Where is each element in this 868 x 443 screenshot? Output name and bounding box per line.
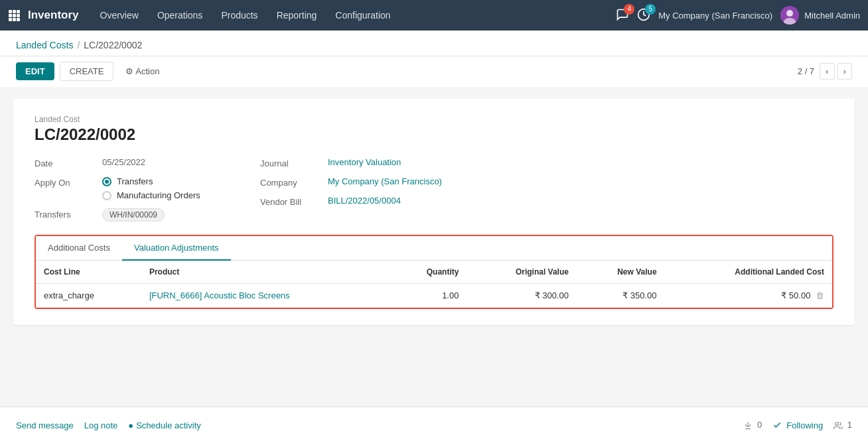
transfers-radio-label: Transfers xyxy=(117,176,153,186)
transfers-label: Transfers xyxy=(35,208,94,220)
company-label: Company xyxy=(260,176,320,188)
company-field-row: Company My Company (San Francisco) xyxy=(260,176,442,188)
apply-on-field-row: Apply On Transfers Manufacturing Orders xyxy=(35,176,220,200)
schedule-activity-button[interactable]: ●Schedule activity xyxy=(128,420,200,430)
breadcrumb-current: LC/2022/0002 xyxy=(84,40,142,50)
apply-on-options: Transfers Manufacturing Orders xyxy=(102,176,200,200)
cell-original-value: ₹ 300.00 xyxy=(467,284,576,308)
form-card: Landed Cost LC/2022/0002 Date 05/25/2022… xyxy=(13,99,855,325)
chat-icon-badge[interactable]: 4 xyxy=(616,8,629,23)
nav-reporting[interactable]: Reporting xyxy=(269,0,325,31)
svg-rect-5 xyxy=(17,14,20,17)
col-header-additional-cost: Additional Landed Cost xyxy=(665,261,832,284)
toolbar: EDIT CREATE ⚙ Action 2 / 7 ‹ › xyxy=(0,56,868,88)
svg-point-11 xyxy=(786,10,793,17)
grid-menu-icon[interactable] xyxy=(8,9,20,21)
form-right-column: Journal Inventory Valuation Company My C… xyxy=(260,157,442,222)
valuation-table: Cost Line Product Quantity Original Valu… xyxy=(36,261,832,308)
vendor-bill-field-row: Vendor Bill BILL/2022/05/0004 xyxy=(260,196,442,207)
user-name: Mitchell Admin xyxy=(804,11,860,21)
form-left-column: Date 05/25/2022 Apply On Transfers Manuf… xyxy=(35,157,220,222)
clock-icon: ● xyxy=(128,420,133,430)
cell-additional-landed-cost: ₹ 50.00 🗑 xyxy=(665,284,832,308)
pagination-label: 2 / 7 xyxy=(798,66,814,76)
date-label: Date xyxy=(35,157,94,168)
transfer-tag[interactable]: WH/IN/00009 xyxy=(102,208,165,222)
user-menu[interactable]: Mitchell Admin xyxy=(780,6,860,25)
cell-product[interactable]: [FURN_6666] Acoustic Bloc Screens xyxy=(141,284,390,308)
delete-row-icon[interactable]: 🗑 xyxy=(816,290,824,300)
svg-rect-8 xyxy=(17,18,20,21)
col-header-quantity: Quantity xyxy=(390,261,467,284)
chat-badge-count: 4 xyxy=(624,4,634,15)
journal-label: Journal xyxy=(260,157,320,168)
prev-record-button[interactable]: ‹ xyxy=(820,63,834,80)
create-button[interactable]: CREATE xyxy=(60,62,114,81)
log-note-button[interactable]: Log note xyxy=(84,420,118,430)
svg-rect-6 xyxy=(9,18,12,21)
svg-rect-2 xyxy=(17,10,20,13)
cell-new-value: ₹ 350.00 xyxy=(577,284,665,308)
nav-products[interactable]: Products xyxy=(213,0,265,31)
breadcrumb: Landed Costs / LC/2022/0002 xyxy=(0,31,868,56)
mfg-radio[interactable]: Manufacturing Orders xyxy=(102,190,200,200)
transfers-radio[interactable]: Transfers xyxy=(102,176,200,186)
nav-right-area: 4 5 My Company (San Francisco) Mitchell … xyxy=(616,6,860,25)
svg-rect-3 xyxy=(9,14,12,17)
members-count: 1 xyxy=(833,420,852,430)
pagination-arrows: ‹ › xyxy=(820,63,852,80)
activity-icon-badge[interactable]: 5 xyxy=(637,8,650,23)
breadcrumb-separator: / xyxy=(77,40,80,50)
nav-configuration[interactable]: Configuration xyxy=(327,0,398,31)
nav-operations[interactable]: Operations xyxy=(149,0,210,31)
tab-valuation-adjustments[interactable]: Valuation Adjustments xyxy=(122,236,231,261)
svg-rect-7 xyxy=(13,18,16,21)
transfers-radio-dot xyxy=(102,177,111,186)
cell-quantity: 1.00 xyxy=(390,284,467,308)
footer-right-area: 0 Following 1 xyxy=(743,420,852,430)
cell-cost-line: extra_charge xyxy=(36,284,141,308)
svg-rect-4 xyxy=(13,14,16,17)
nav-overview[interactable]: Overview xyxy=(92,0,147,31)
company-selector[interactable]: My Company (San Francisco) xyxy=(658,11,772,21)
col-header-original-value: Original Value xyxy=(467,261,576,284)
form-fields-area: Date 05/25/2022 Apply On Transfers Manuf… xyxy=(35,157,833,222)
action-button[interactable]: ⚙ Action xyxy=(119,62,166,80)
vendor-bill-label: Vendor Bill xyxy=(260,196,320,207)
tab-additional-costs[interactable]: Additional Costs xyxy=(36,236,122,261)
followers-count: 0 xyxy=(743,420,762,430)
main-content: Landed Cost LC/2022/0002 Date 05/25/2022… xyxy=(0,88,868,428)
col-header-cost-line: Cost Line xyxy=(36,261,141,284)
svg-rect-0 xyxy=(9,10,12,13)
top-navigation: Inventory Overview Operations Products R… xyxy=(0,0,868,31)
company-value[interactable]: My Company (San Francisco) xyxy=(328,176,442,186)
tab-content-valuation: Cost Line Product Quantity Original Valu… xyxy=(36,261,832,308)
mfg-radio-dot xyxy=(102,191,111,200)
mfg-radio-label: Manufacturing Orders xyxy=(117,190,200,200)
vendor-bill-value[interactable]: BILL/2022/05/0004 xyxy=(328,196,401,206)
user-avatar xyxy=(780,6,799,25)
col-header-product: Product xyxy=(141,261,390,284)
apply-on-label: Apply On xyxy=(35,176,94,188)
send-message-button[interactable]: Send message xyxy=(16,420,74,430)
tabs-section: Additional Costs Valuation Adjustments C… xyxy=(35,235,833,309)
date-value: 05/25/2022 xyxy=(102,157,145,167)
footer: Send message Log note ●Schedule activity… xyxy=(0,407,868,443)
tabs-header: Additional Costs Valuation Adjustments xyxy=(36,236,832,261)
col-header-new-value: New Value xyxy=(577,261,665,284)
date-field-row: Date 05/25/2022 xyxy=(35,157,220,168)
activity-badge-count: 5 xyxy=(645,4,656,15)
record-title: LC/2022/0002 xyxy=(35,125,833,144)
record-type-label: Landed Cost xyxy=(35,115,833,124)
pagination-area: 2 / 7 ‹ › xyxy=(798,63,852,80)
edit-button[interactable]: EDIT xyxy=(16,62,54,80)
svg-point-14 xyxy=(835,422,839,426)
svg-rect-1 xyxy=(13,10,16,13)
breadcrumb-parent[interactable]: Landed Costs xyxy=(16,40,73,50)
following-button[interactable]: Following xyxy=(772,420,823,430)
app-brand[interactable]: Inventory xyxy=(28,9,79,22)
next-record-button[interactable]: › xyxy=(837,63,852,80)
table-row: extra_charge [FURN_6666] Acoustic Bloc S… xyxy=(36,284,832,308)
journal-value[interactable]: Inventory Valuation xyxy=(328,157,401,167)
journal-field-row: Journal Inventory Valuation xyxy=(260,157,442,168)
